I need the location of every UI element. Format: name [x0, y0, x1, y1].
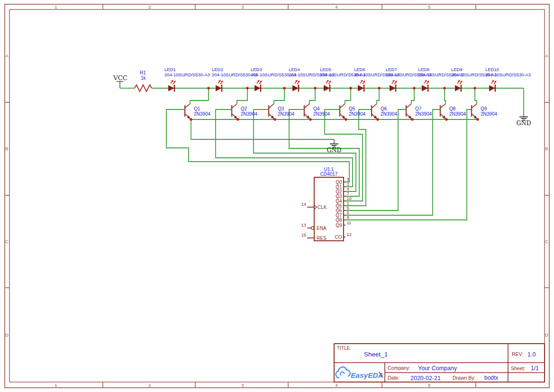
wire-collector[interactable] — [411, 88, 414, 104]
vcc-pin — [117, 82, 123, 88]
led-triangle — [254, 85, 261, 91]
led-name-label: LED5 — [320, 67, 331, 72]
drawn-by-label: Drawn By: — [453, 375, 475, 381]
transistor-name-label: Q1 — [194, 106, 200, 111]
vcc-flag[interactable]: VCC — [113, 74, 127, 88]
gnd-symbol-mid[interactable]: GND — [327, 139, 342, 154]
transistor-name-label: Q7 — [415, 106, 422, 111]
frame-row-label: A — [5, 53, 9, 58]
transistor-part-label: 2N3904 — [449, 111, 466, 117]
wire-collector[interactable] — [475, 88, 477, 104]
frame-row-label: C — [545, 239, 548, 244]
junction-dot — [413, 87, 415, 89]
wire-collector[interactable] — [190, 88, 209, 104]
junction-dot — [445, 118, 447, 120]
frame-row-label: B — [5, 146, 8, 151]
npn-transistor-symbol[interactable]: Q62N3904 — [372, 104, 397, 119]
led-part-label: 204-10SURD/S530-A3 — [164, 72, 210, 77]
led-name-label: LED8 — [418, 67, 429, 72]
frame-column-label: 3 — [241, 4, 244, 9]
led-triangle — [358, 85, 364, 91]
transistor-part-label: 2N3904 — [241, 111, 257, 117]
junction-dot — [190, 118, 192, 120]
junction-dot — [236, 118, 239, 120]
npn-transistor-symbol[interactable]: Q52N3904 — [340, 104, 365, 119]
title-block: TITLE: Sheet_1 REV: 1.0 Company: Your Co… — [334, 344, 545, 382]
frame-inner-border — [9, 9, 545, 382]
drawn-by-value: bodtx — [484, 374, 498, 381]
collector-wires[interactable] — [190, 88, 477, 104]
transistor-name-label: Q9 — [481, 106, 487, 111]
npn-transistor-symbol[interactable]: Q72N3904 — [406, 104, 432, 119]
frame-column-label: 2 — [148, 383, 151, 388]
sheet-label: Sheet: — [511, 365, 525, 371]
led-triangle — [168, 85, 174, 91]
gnd-label: GND — [517, 119, 531, 127]
junction-dot — [376, 118, 379, 120]
transistor-name-label: Q8 — [449, 106, 456, 111]
junction-dot — [246, 87, 248, 89]
transistor-collector-lead — [232, 104, 237, 108]
ic-pin-name: CO — [335, 235, 342, 240]
ic-pin-number: 13 — [301, 222, 306, 228]
npn-transistor-symbol[interactable]: Q82N3904 — [440, 104, 466, 119]
transistor-collector-lead — [406, 104, 411, 108]
ic-pin-name: ENA — [317, 226, 327, 231]
npn-transistor-symbol[interactable]: Q42N3904 — [304, 104, 330, 119]
sheet-frame: 1122334455AABBCCDD — [5, 4, 549, 388]
junction-dot — [309, 118, 311, 120]
transistor-collector-lead — [269, 104, 274, 108]
resistor-symbol[interactable]: R1 1k — [135, 70, 152, 91]
company-label: Company: — [388, 365, 410, 371]
wire-collector[interactable] — [345, 88, 351, 104]
wire-collector[interactable] — [377, 88, 379, 104]
junction-dot — [411, 118, 413, 120]
npn-transistor-symbol[interactable]: Q12N3904 — [185, 104, 210, 119]
ic-cd4017[interactable]: U1.1 CD4017 3Q02Q14Q27Q310Q41Q55Q66Q79Q8… — [301, 167, 352, 241]
frame-row-label: D — [545, 332, 548, 337]
led-name-label: LED2 — [212, 67, 223, 72]
frame-column-label: 4 — [335, 4, 337, 9]
led-name-label: LED10 — [485, 67, 499, 72]
transistor-part-label: 2N3904 — [349, 111, 365, 117]
ic-pin-number: 14 — [301, 201, 306, 207]
led-triangle — [455, 85, 461, 91]
led-triangle — [292, 85, 299, 91]
frame-column-label: 1 — [54, 383, 57, 388]
wire-collector[interactable] — [237, 88, 247, 104]
rev-value: 1.0 — [527, 351, 536, 358]
title-field-label: TITLE: — [337, 346, 351, 351]
junction-dot — [273, 118, 276, 120]
led-name-label: LED9 — [451, 67, 463, 72]
ic-pin-number: 15 — [301, 232, 306, 237]
frame-column-label: 1 — [54, 4, 57, 9]
transistor-collector-lead — [340, 104, 345, 108]
transistor-collector-lead — [440, 104, 445, 108]
ic-pin-number: 12 — [347, 232, 352, 237]
date-label: Date: — [388, 375, 400, 381]
transistor-name-label: Q6 — [381, 106, 387, 111]
resistor-name-label: R1 — [140, 70, 146, 75]
led-name-label: LED1 — [164, 67, 176, 72]
junction-dot — [314, 87, 316, 89]
wire-collector[interactable] — [445, 88, 445, 104]
inverter-bubble-icon — [311, 227, 314, 229]
transistor-part-label: 2N3904 — [194, 111, 210, 117]
npn-transistor-symbol[interactable]: Q32N3904 — [269, 104, 294, 119]
ic-pin-name: RES — [317, 236, 327, 241]
transistor-part-label: 2N3904 — [415, 111, 432, 117]
junction-dot — [207, 87, 209, 89]
junction-dot — [443, 87, 445, 89]
transistor-part-label: 2N3904 — [313, 111, 330, 117]
date-value: 2020-02-21 — [410, 375, 441, 382]
ic-pin-number: 9 — [347, 215, 349, 220]
led-part-label: 204-10SURD/S530-A3 — [485, 72, 531, 77]
transistor-collector-lead — [304, 104, 309, 108]
gnd-symbol-right[interactable]: GND — [517, 114, 531, 127]
company-value: Your Company — [418, 365, 457, 372]
wire-collector[interactable] — [309, 88, 315, 104]
frame-row-label: C — [5, 239, 9, 244]
npn-transistor-symbol[interactable]: Q92N3904 — [472, 104, 497, 119]
ic-pin-name: Q8 — [336, 218, 342, 223]
wire-collector[interactable] — [274, 88, 284, 104]
